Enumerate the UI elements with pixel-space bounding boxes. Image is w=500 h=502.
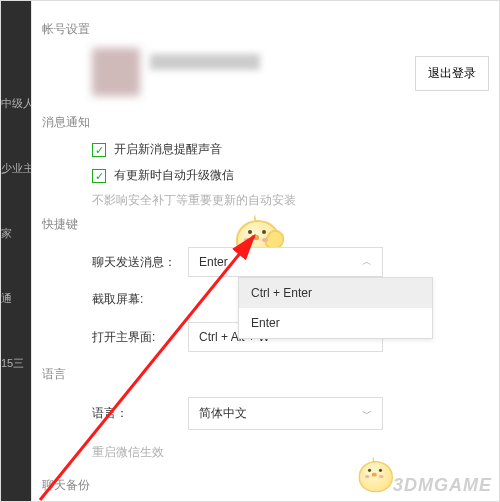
sidebar-item[interactable]: 中级人	[1, 96, 31, 111]
dropdown-option-ctrl-enter[interactable]: Ctrl + Enter	[239, 278, 432, 308]
open-main-label: 打开主界面:	[92, 329, 188, 346]
checkbox-autoupdate-label: 有更新时自动升级微信	[114, 167, 234, 184]
language-label: 语言：	[92, 405, 188, 422]
chevron-up-icon: ︿	[362, 255, 372, 269]
language-note: 重启微信生效	[92, 444, 489, 461]
section-account: 帐号设置	[42, 21, 489, 38]
watermark: 3DMGAME	[393, 475, 492, 496]
section-notify: 消息通知	[42, 114, 489, 131]
send-msg-select[interactable]: Enter ︿	[188, 247, 383, 277]
update-hint: 不影响安全补丁等重要更新的自动安装	[92, 193, 489, 208]
username-blurred	[150, 54, 260, 70]
sidebar-item[interactable]: 少业主	[1, 161, 31, 176]
checkbox-autoupdate[interactable]: ✓	[92, 169, 106, 183]
send-msg-value: Enter	[199, 255, 228, 269]
checkbox-sound[interactable]: ✓	[92, 143, 106, 157]
send-msg-dropdown: Ctrl + Enter Enter	[238, 277, 433, 339]
settings-panel: 帐号设置 退出登录 消息通知 ✓ 开启新消息提醒声音 ✓ 有更新时自动升级微信 …	[31, 1, 499, 501]
avatar	[92, 48, 140, 96]
checkbox-sound-label: 开启新消息提醒声音	[114, 141, 222, 158]
language-select[interactable]: 简体中文 ﹀	[188, 397, 383, 430]
sidebar-item[interactable]: 15三	[1, 356, 31, 371]
logout-button[interactable]: 退出登录	[415, 56, 489, 91]
language-value: 简体中文	[199, 405, 247, 422]
chevron-down-icon: ﹀	[362, 407, 372, 421]
left-sidebar: 中级人 少业主 家 通 15三	[1, 1, 31, 501]
sidebar-item[interactable]: 通	[1, 291, 31, 306]
sidebar-item[interactable]: 家	[1, 226, 31, 241]
send-msg-label: 聊天发送消息：	[92, 254, 188, 271]
dropdown-option-enter[interactable]: Enter	[239, 308, 432, 338]
section-language: 语言	[42, 366, 489, 383]
capture-label: 截取屏幕:	[92, 291, 188, 308]
